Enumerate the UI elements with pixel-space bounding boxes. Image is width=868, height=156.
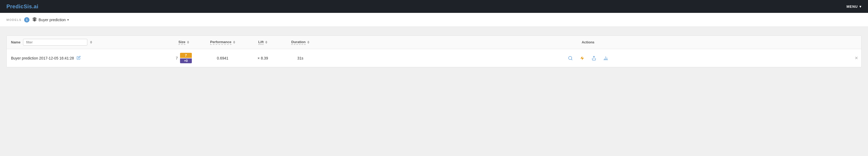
duration-sort-icon[interactable]: [307, 41, 309, 44]
model-name: Buyer prediction 2017-12-05 16:41:28: [11, 56, 74, 60]
models-table: Name Size Performance: [6, 35, 862, 67]
col-duration-header: Duration: [282, 40, 319, 45]
breadcrumb-bar: Models 1 Buyer prediction ▾: [0, 13, 868, 27]
lift-value: × 8.39: [257, 56, 268, 60]
lift-column-label: Lift: [258, 40, 264, 45]
table-row: Buyer prediction 2017-12-05 16:41:28 7 7…: [7, 49, 861, 67]
size-sort-icon[interactable]: [187, 41, 189, 44]
logo-suffix: .ai: [32, 3, 38, 9]
app-logo: PredicSis.ai: [6, 3, 38, 10]
duration-column-label: Duration: [291, 40, 305, 45]
row-actions-cell: [319, 55, 857, 62]
size-plain-value: 7: [176, 56, 178, 60]
name-filter-input[interactable]: [23, 39, 87, 45]
size-badge-bottom: +0: [180, 58, 192, 63]
chevron-down-icon: ▾: [860, 5, 862, 8]
size-column-label: Size: [179, 40, 185, 45]
layers-icon: [32, 17, 37, 23]
models-count-badge: 1: [24, 17, 29, 23]
share-icon: [591, 56, 596, 61]
breadcrumb-chevron-icon: ▾: [67, 18, 69, 22]
col-name-header: Name: [11, 39, 166, 45]
col-actions-header: Actions: [319, 40, 857, 44]
breadcrumb-dataset-selector[interactable]: Buyer prediction ▾: [32, 17, 69, 23]
name-column-label: Name: [11, 40, 20, 44]
performance-sort-icon[interactable]: [233, 41, 235, 44]
logo-highlight: Sis: [24, 3, 32, 9]
main-content: Name Size Performance: [0, 27, 868, 74]
table-header-row: Name Size Performance: [7, 36, 861, 49]
performance-value: 0.6941: [217, 56, 228, 60]
svg-marker-2: [580, 56, 584, 60]
actions-column-label: Actions: [582, 40, 594, 44]
row-duration-cell: 31s: [282, 56, 319, 60]
col-size-header: Size: [166, 40, 201, 45]
lightning-icon: [580, 56, 585, 61]
name-sort-icon[interactable]: [90, 41, 92, 44]
row-performance-cell: 0.6941: [201, 56, 244, 60]
performance-column-label: Performance: [210, 40, 231, 45]
search-action-button[interactable]: [567, 55, 574, 62]
logo-prefix: Predic: [6, 3, 24, 9]
size-badge: 7 +0: [180, 53, 192, 63]
close-row-button[interactable]: ✕: [855, 56, 858, 60]
menu-label: MENU: [846, 5, 858, 8]
edit-icon[interactable]: [76, 56, 81, 61]
menu-button[interactable]: MENU ▾: [846, 5, 862, 8]
export-action-button[interactable]: [590, 55, 597, 62]
svg-line-1: [571, 59, 572, 60]
breadcrumb-models-label: Models: [6, 18, 22, 22]
app-header: PredicSis.ai MENU ▾: [0, 0, 868, 13]
breadcrumb-dataset-name: Buyer prediction: [38, 18, 66, 22]
search-icon: [568, 56, 573, 61]
lift-sort-icon[interactable]: [265, 41, 267, 44]
chart-action-button[interactable]: [602, 55, 609, 62]
col-lift-header: Lift: [244, 40, 282, 45]
row-lift-cell: × 8.39: [244, 56, 282, 60]
col-performance-header: Performance: [201, 40, 244, 45]
size-badge-top: 7: [180, 53, 192, 58]
row-name-cell: Buyer prediction 2017-12-05 16:41:28: [11, 56, 166, 61]
layers-svg-icon: [32, 17, 37, 22]
boost-action-button[interactable]: [579, 55, 586, 62]
duration-value: 31s: [298, 56, 304, 60]
chart-icon: [603, 56, 608, 61]
row-size-cell: 7 7 +0: [166, 53, 201, 63]
